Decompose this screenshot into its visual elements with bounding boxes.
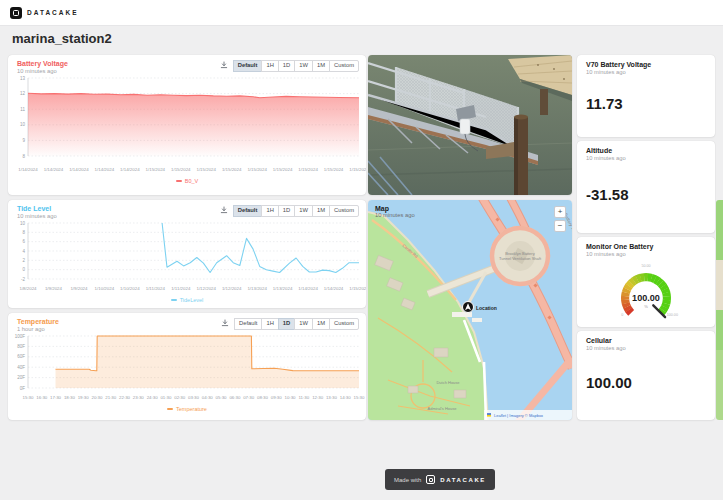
svg-text:-2: -2 [21, 277, 25, 282]
range-button-default[interactable]: Default [234, 318, 262, 330]
download-icon[interactable] [220, 318, 230, 330]
svg-text:1/9/2024: 1/9/2024 [45, 286, 63, 291]
svg-text:22:30: 22:30 [119, 395, 131, 400]
tide-level-widget: Tide Level 10 minutes ago Default1H1D1W1… [8, 200, 366, 308]
dock-photo [368, 55, 572, 195]
svg-text:06:30: 06:30 [229, 395, 241, 400]
attribution-text[interactable]: Leaflet | Imagery © Mapbox [494, 413, 543, 418]
range-button-1w[interactable]: 1W [294, 318, 313, 330]
legend-marker [167, 408, 173, 410]
svg-text:1/8/2024: 1/8/2024 [19, 286, 37, 291]
svg-text:100.00: 100.00 [667, 313, 678, 317]
svg-text:4: 4 [22, 249, 25, 254]
range-button-1h[interactable]: 1H [261, 60, 278, 72]
range-button-1w[interactable]: 1W [294, 60, 313, 72]
svg-text:23:30: 23:30 [133, 395, 145, 400]
svg-text:15:30: 15:30 [354, 395, 366, 400]
zoom-out-button[interactable]: − [554, 220, 566, 232]
map-title: Map [375, 205, 415, 212]
svg-text:1/15/2024: 1/15/2024 [247, 167, 267, 172]
svg-text:11: 11 [20, 107, 25, 112]
svg-text:11:30: 11:30 [298, 395, 309, 400]
svg-text:1/15/2024: 1/15/2024 [349, 167, 366, 172]
location-label: Location [476, 305, 497, 311]
made-with-label: Made with [394, 477, 421, 483]
range-button-default[interactable]: Default [233, 205, 263, 217]
tide-level-chart: 1086420-21/8/20241/9/20241/9/20241/10/20… [8, 219, 366, 297]
svg-text:13:30: 13:30 [326, 395, 338, 400]
svg-text:1/14/2024: 1/14/2024 [324, 286, 344, 291]
temperature-widget: Temperature 1 hour ago Default1H1D1W1MCu… [8, 313, 366, 420]
range-selector: Default1H1D1W1MCustom [221, 318, 359, 330]
range-button-custom[interactable]: Custom [329, 318, 359, 330]
widget-title: Cellular [586, 337, 706, 344]
svg-text:21:30: 21:30 [105, 395, 117, 400]
chart-legend[interactable]: B0_V [8, 178, 366, 184]
dashboard-title: marina_station2 [12, 31, 112, 46]
range-button-1h[interactable]: 1H [261, 205, 278, 217]
svg-text:1/11/2024: 1/11/2024 [146, 286, 166, 291]
range-button-1h[interactable]: 1H [261, 318, 278, 330]
widget-value: 11.73 [586, 75, 706, 131]
map-updated: 10 minutes ago [375, 212, 415, 218]
widget-title: Altitude [586, 147, 706, 154]
range-button-custom[interactable]: Custom [329, 205, 359, 217]
svg-text:13: 13 [20, 76, 26, 81]
svg-text:1/15/2024: 1/15/2024 [298, 167, 318, 172]
svg-text:1/14/2024: 1/14/2024 [95, 167, 115, 172]
svg-text:1/14/2024: 1/14/2024 [120, 167, 140, 172]
svg-text:1/14/2024: 1/14/2024 [18, 167, 38, 172]
chart-legend[interactable]: Temperature [8, 406, 366, 412]
svg-text:1/12/2024: 1/12/2024 [196, 286, 216, 291]
svg-text:8: 8 [22, 230, 25, 235]
widget-value: -31.58 [586, 161, 706, 227]
datacake-badge-icon [426, 475, 435, 484]
svg-text:1/14/2024: 1/14/2024 [44, 167, 64, 172]
cutoff-widget-edge [716, 200, 723, 420]
battery-voltage-widget: Battery Voltage 10 minutes ago Default1H… [8, 55, 366, 195]
svg-text:14:30: 14:30 [340, 395, 352, 400]
station-photo-widget [368, 55, 572, 195]
svg-text:08:30: 08:30 [257, 395, 269, 400]
range-button-default[interactable]: Default [233, 60, 263, 72]
zoom-in-button[interactable]: + [554, 206, 566, 218]
svg-text:04:30: 04:30 [202, 395, 214, 400]
svg-text:40F: 40F [17, 365, 25, 370]
range-button-1m[interactable]: 1M [312, 205, 330, 217]
legend-label: B0_V [185, 178, 198, 184]
map-widget: Map 10 minutes ago + − [368, 200, 572, 420]
range-button-custom[interactable]: Custom [329, 60, 359, 72]
range-button-1d[interactable]: 1D [278, 318, 295, 330]
range-button-1m[interactable]: 1M [312, 318, 330, 330]
top-app-bar: DATACAKE [0, 0, 723, 26]
chart-header: Temperature 1 hour ago Default1H1D1W1MCu… [8, 313, 366, 332]
datacake-logo-icon[interactable] [10, 7, 22, 19]
svg-text:02:30: 02:30 [174, 395, 186, 400]
range-button-1m[interactable]: 1M [312, 60, 330, 72]
svg-text:10: 10 [20, 221, 26, 226]
svg-text:19:30: 19:30 [78, 395, 90, 400]
brand-name: DATACAKE [27, 9, 79, 16]
made-with-datacake-badge[interactable]: Made with DATACAKE [385, 469, 495, 490]
download-icon[interactable] [219, 60, 229, 72]
chart-header: Battery Voltage 10 minutes ago Default1H… [8, 55, 366, 74]
range-button-1d[interactable]: 1D [278, 60, 295, 72]
svg-text:17:30: 17:30 [50, 395, 62, 400]
svg-text:10:30: 10:30 [285, 395, 297, 400]
svg-text:24:30: 24:30 [147, 395, 159, 400]
svg-text:1/15/2024: 1/15/2024 [171, 167, 191, 172]
map-canvas[interactable]: Carder Rd Battery Tunnel Brooklyn Batter… [368, 200, 572, 420]
download-icon[interactable] [219, 205, 229, 217]
svg-text:9: 9 [22, 138, 25, 143]
svg-text:1/15/2024: 1/15/2024 [146, 167, 166, 172]
datacake-badge-brand: DATACAKE [440, 477, 486, 483]
svg-text:6: 6 [22, 239, 25, 244]
chart-legend[interactable]: TideLevel [8, 297, 366, 303]
chart-header: Tide Level 10 minutes ago Default1H1D1W1… [8, 200, 366, 219]
chart-title: Tide Level [17, 205, 57, 212]
svg-text:1/13/2024: 1/13/2024 [247, 286, 267, 291]
svg-text:1/14/2024: 1/14/2024 [69, 167, 89, 172]
range-button-1w[interactable]: 1W [294, 205, 313, 217]
svg-text:0: 0 [621, 313, 623, 317]
range-button-1d[interactable]: 1D [278, 205, 295, 217]
